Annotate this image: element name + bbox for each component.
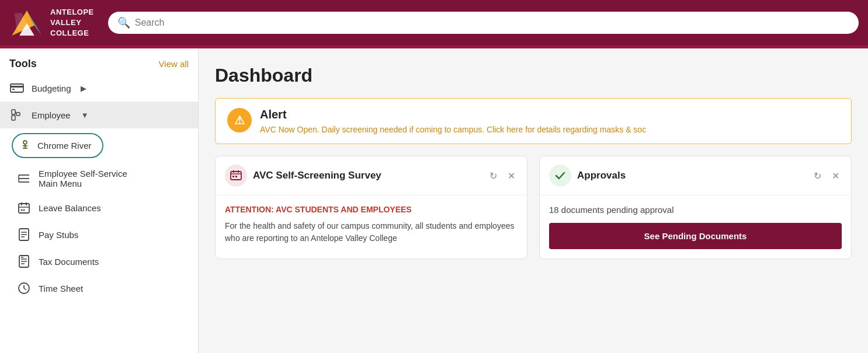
chrome-river-icon bbox=[19, 138, 32, 153]
self-screening-card-header: AVC Self-Screening Survey ↻ ✕ bbox=[216, 156, 527, 195]
svg-rect-19 bbox=[19, 204, 29, 213]
cards-row: AVC Self-Screening Survey ↻ ✕ ATTENTION:… bbox=[215, 156, 852, 259]
approvals-refresh-btn[interactable]: ↻ bbox=[811, 169, 824, 183]
self-screening-text: For the health and safety of our campus … bbox=[225, 220, 518, 244]
alert-warning-icon: ⚠ bbox=[234, 113, 245, 127]
self-screening-icon bbox=[225, 165, 247, 187]
approvals-card: Approvals ↻ ✕ 18 documents pending appro… bbox=[539, 156, 852, 259]
self-screening-title: AVC Self-Screening Survey bbox=[253, 170, 381, 181]
employee-dropdown-arrow: ▼ bbox=[81, 111, 89, 120]
leave-balances-label: Leave Balances bbox=[39, 203, 101, 213]
approvals-actions: ↻ ✕ bbox=[811, 169, 842, 183]
logo-area: ANTELOPE VALLEY COLLEGE bbox=[9, 7, 94, 39]
sidebar-item-employee[interactable]: Employee ▼ bbox=[0, 102, 198, 128]
main-content: Dashboard ⚠ Alert AVC Now Open. Daily sc… bbox=[199, 48, 868, 353]
tax-documents-icon bbox=[16, 254, 32, 269]
employee-label: Employee bbox=[32, 110, 71, 120]
approvals-header-left: Approvals bbox=[549, 165, 626, 187]
sidebar: Tools View all Budgeting ▶ bbox=[0, 48, 199, 353]
college-name: ANTELOPE VALLEY COLLEGE bbox=[50, 7, 94, 39]
main-area: Tools View all Budgeting ▶ bbox=[0, 48, 868, 353]
svg-point-24 bbox=[23, 209, 25, 211]
pay-stubs-icon bbox=[16, 227, 32, 242]
sidebar-view-all[interactable]: View all bbox=[159, 59, 189, 69]
self-screening-close-btn[interactable]: ✕ bbox=[505, 169, 518, 183]
sidebar-tools-header: Tools View all bbox=[0, 48, 198, 75]
alert-box[interactable]: ⚠ Alert AVC Now Open. Daily screening ne… bbox=[215, 98, 852, 144]
chrome-river-highlight: Chrome River bbox=[12, 133, 103, 158]
page-title: Dashboard bbox=[215, 65, 852, 86]
chrome-river-label: Chrome River bbox=[37, 141, 92, 151]
svg-rect-42 bbox=[235, 176, 237, 177]
svg-rect-7 bbox=[12, 110, 15, 114]
employee-self-service-icon bbox=[16, 171, 32, 186]
approvals-icon bbox=[549, 165, 571, 187]
sidebar-item-employee-self-service[interactable]: Employee Self-ServiceMain Menu bbox=[0, 163, 198, 194]
alert-text: AVC Now Open. Daily screening needed if … bbox=[260, 125, 646, 134]
svg-line-36 bbox=[24, 288, 26, 290]
see-pending-button[interactable]: See Pending Documents bbox=[549, 223, 842, 249]
self-screening-body: ATTENTION: AVC STUDENTS AND EMPLOYEES Fo… bbox=[216, 195, 527, 254]
sidebar-item-time-sheet[interactable]: Time Sheet bbox=[0, 275, 198, 302]
time-sheet-label: Time Sheet bbox=[39, 284, 83, 293]
self-screening-card: AVC Self-Screening Survey ↻ ✕ ATTENTION:… bbox=[215, 156, 527, 259]
self-screening-actions: ↻ ✕ bbox=[487, 169, 518, 183]
svg-rect-4 bbox=[11, 84, 23, 92]
employee-icon bbox=[9, 107, 25, 123]
alert-title: Alert bbox=[260, 108, 646, 121]
alert-content: Alert AVC Now Open. Daily screening need… bbox=[260, 108, 646, 134]
svg-rect-41 bbox=[232, 176, 234, 177]
sidebar-item-chrome-river[interactable]: Chrome River bbox=[0, 128, 198, 163]
budgeting-label: Budgeting bbox=[32, 83, 71, 93]
time-sheet-icon bbox=[16, 281, 32, 296]
search-icon: 🔍 bbox=[117, 16, 130, 29]
college-logo bbox=[9, 7, 44, 39]
pay-stubs-label: Pay Stubs bbox=[39, 230, 78, 240]
approvals-title: Approvals bbox=[577, 170, 626, 181]
svg-rect-6 bbox=[12, 89, 15, 90]
tax-documents-label: Tax Documents bbox=[39, 257, 99, 267]
approvals-body: 18 documents pending approval See Pendin… bbox=[540, 195, 851, 258]
sidebar-item-budgeting[interactable]: Budgeting ▶ bbox=[0, 75, 198, 102]
employee-self-service-label: Employee Self-ServiceMain Menu bbox=[39, 169, 127, 188]
header: ANTELOPE VALLEY COLLEGE 🔍 bbox=[0, 0, 868, 46]
approvals-close-btn[interactable]: ✕ bbox=[829, 169, 842, 183]
self-screening-header-left: AVC Self-Screening Survey bbox=[225, 165, 381, 187]
svg-point-23 bbox=[21, 209, 23, 211]
svg-rect-5 bbox=[11, 86, 23, 88]
alert-icon: ⚠ bbox=[227, 108, 252, 132]
self-screening-refresh-btn[interactable]: ↻ bbox=[487, 169, 499, 183]
search-bar[interactable]: 🔍 bbox=[108, 12, 859, 34]
self-screening-attention: ATTENTION: AVC STUDENTS AND EMPLOYEES bbox=[225, 205, 518, 214]
budgeting-arrow: ▶ bbox=[81, 84, 86, 93]
sidebar-item-leave-balances[interactable]: Leave Balances bbox=[0, 194, 198, 221]
svg-rect-8 bbox=[12, 116, 15, 120]
svg-point-11 bbox=[23, 141, 27, 144]
search-input[interactable] bbox=[135, 18, 849, 28]
approvals-card-header: Approvals ↻ ✕ bbox=[540, 156, 851, 195]
budgeting-icon bbox=[9, 81, 25, 96]
sidebar-item-pay-stubs[interactable]: Pay Stubs bbox=[0, 221, 198, 248]
sidebar-item-tax-documents[interactable]: Tax Documents bbox=[0, 248, 198, 275]
leave-balances-icon bbox=[16, 200, 32, 215]
approvals-count: 18 documents pending approval bbox=[549, 205, 842, 215]
svg-rect-9 bbox=[16, 113, 20, 116]
sidebar-tools-title: Tools bbox=[9, 58, 37, 70]
